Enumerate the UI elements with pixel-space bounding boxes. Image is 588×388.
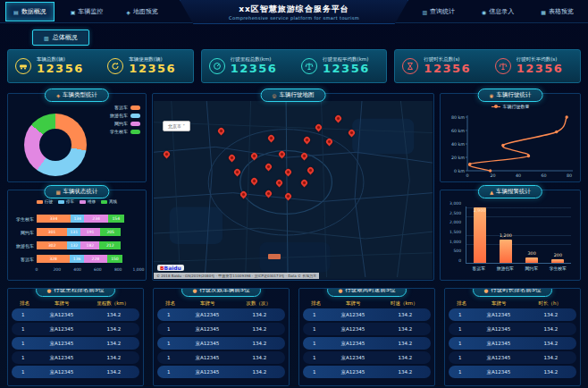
status-track: 334134234154 [37, 215, 139, 223]
table-row: 1京A12345134.2 [157, 308, 285, 321]
status-legend-item[interactable]: 行驶 [37, 199, 53, 204]
status-legend-swatch [58, 200, 64, 204]
table-cell: 京A12345 [181, 355, 234, 361]
status-legend-item[interactable]: 离线 [101, 199, 117, 204]
table-row: 1京A12345134.2 [303, 337, 431, 350]
donut-legend-item[interactable]: 学生校车 [110, 129, 140, 134]
stat-card: 行驶时长平均数(s) 12356 [488, 50, 580, 82]
map-canvas[interactable]: 北京市 ˅ BBaidu © 2018 Baidu - GS(2019)2080… [154, 101, 433, 279]
dot-icon: ● [193, 288, 197, 293]
table-row: 1京A12345134.2 [157, 323, 285, 335]
donut-legend-swatch [130, 122, 140, 126]
table-cell: 京A12345 [35, 355, 88, 361]
alarm-bar [500, 240, 512, 263]
tab-label: 车辆监控 [78, 7, 103, 16]
table-cell: 京A12345 [326, 341, 380, 347]
panel-title-vehicle-status: ▦ 车辆状态统计 [44, 185, 109, 198]
table-cell: 134.2 [525, 369, 576, 375]
table-row: 1京A12345134.2 [12, 308, 139, 321]
table-cell: 134.2 [234, 326, 285, 332]
balance-icon [495, 58, 511, 74]
bar-chart-icon: ▥ [422, 9, 427, 15]
table-body: 1京A12345134.21京A12345134.21京A12345134.21… [154, 308, 289, 378]
status-legend-swatch [80, 200, 86, 204]
alarm-category-label: 网约车 [518, 266, 545, 271]
donut-legend-item[interactable]: 客运车 [110, 105, 140, 110]
status-legend-label: 行驶 [45, 199, 53, 204]
donut-legend-label: 网约车 [114, 121, 128, 126]
map-roads [154, 101, 433, 277]
alarm-chart: 2,900 1,200 300 200 [466, 207, 571, 264]
status-x-tick: 200 [54, 267, 62, 272]
table-cell: 1 [12, 326, 35, 332]
status-legend-item[interactable]: 维修 [80, 199, 96, 204]
tab-data-overview[interactable]: ▤ 数据概况 [5, 2, 55, 21]
stats-row: 车辆总数(辆) 12356 车辆使用数(辆) 12356 行驶里程总数(km) … [7, 49, 581, 83]
stat-value: 12356 [37, 63, 84, 75]
compass-icon: ◎ [273, 93, 277, 98]
table-cell: 134.2 [380, 341, 431, 346]
table-cell: 1 [303, 341, 326, 346]
table-column-header: 时长（h） [525, 300, 575, 307]
tab-vehicle-monitor[interactable]: ▣ 车辆监控 [63, 2, 111, 21]
overview-button[interactable]: ▥ 总体概况 [32, 30, 89, 46]
table-cell: 京A12345 [326, 369, 380, 375]
table-row: 1京A12345134.2 [449, 337, 576, 350]
alarm-y-tick: 2,500 [449, 210, 461, 215]
table-cell: 134.2 [234, 312, 285, 317]
alarm-icon: ▲ [490, 190, 493, 195]
table-header: 排名车牌号时长（h） [445, 300, 580, 307]
tab-table-preview[interactable]: ▦ 表格预览 [533, 3, 581, 21]
tab-label: 表格预览 [549, 7, 574, 16]
stat-group: 行驶时长总数(s) 12356 行驶时长平均数(s) 12356 [394, 49, 581, 83]
table-cell: 134.2 [525, 326, 576, 332]
donut-legend-label: 旅游包车 [110, 113, 128, 118]
status-segment: 191 [80, 228, 100, 236]
panel-title-vehicle-type: ◈ 车辆类型统计 [45, 89, 109, 102]
status-category-label: 客运车 [12, 257, 37, 262]
table-cell: 京A12345 [181, 312, 234, 318]
table-row: 1京A12345134.2 [449, 308, 576, 321]
tab-map-preview[interactable]: ◈ 地图预览 [119, 2, 165, 21]
status-segment: 228 [84, 255, 107, 263]
table-cell: 京A12345 [35, 341, 88, 347]
svg-text:80 km: 80 km [451, 115, 465, 120]
alarm-bar-value: 2,900 [466, 208, 493, 213]
svg-text:0 km: 0 km [454, 169, 465, 173]
alarm-y-tick: 2,000 [449, 220, 461, 224]
tab-info-entry[interactable]: ◉ 信息录入 [475, 3, 521, 21]
donut-legend-item[interactable]: 旅游包车 [110, 113, 140, 118]
panel-title-text: 车辆报警统计 [496, 188, 531, 196]
status-segment: 132 [67, 241, 80, 249]
alarm-categories: 客运车旅游包车网约车学生校车 [466, 266, 571, 271]
svg-text:20 km: 20 km [451, 156, 465, 160]
table-cell: 1 [12, 369, 35, 375]
panel-title-alarm-stats: ▲ 车辆报警统计 [478, 185, 542, 198]
panel-vehicle-type: ◈ 车辆类型统计 客运车 旅游包车 网约车 学生校车 [7, 93, 147, 182]
overview-button-label: 总体概况 [53, 33, 78, 42]
status-segment: 328 [37, 255, 70, 263]
alarm-category-label: 客运车 [466, 266, 492, 271]
ranking-tables-row: ● 行驶里程排名前5位 排名车牌号里程数（km） 1京A12345134.21京… [7, 288, 581, 386]
stat-group: 行驶里程总数(km) 12356 行驶里程平均数(km) 12356 [201, 49, 388, 83]
city-selector[interactable]: 北京市 ˅ [163, 121, 190, 131]
line-legend[interactable]: 车辆行驶数量 [441, 104, 580, 109]
table-row: 1京A12345134.2 [303, 323, 431, 335]
status-category-label: 旅游包车 [12, 243, 37, 249]
svg-text:40: 40 [516, 173, 521, 178]
donut-legend-swatch [130, 114, 140, 118]
table-duration-ranking: ● 行驶时长排名前5位 排名车牌号时长（h） 1京A12345134.21京A1… [444, 288, 581, 386]
baidu-logo[interactable]: BBaidu [157, 265, 184, 271]
stat-value: 12356 [231, 63, 278, 75]
tab-query-stats[interactable]: ▥ 查询统计 [415, 3, 462, 21]
table-cell: 1 [449, 326, 472, 332]
donut-legend-item[interactable]: 网约车 [110, 121, 140, 126]
table-cell: 京A12345 [472, 341, 525, 347]
alarm-category-label: 旅游包车 [492, 266, 519, 271]
table-row: 1京A12345134.2 [303, 308, 431, 321]
table-cell: 134.2 [380, 355, 431, 360]
svg-text:0: 0 [466, 173, 468, 178]
table-cell: 京A12345 [326, 312, 380, 318]
status-row: 学生校车 334134234154 [12, 212, 139, 225]
status-legend-item[interactable]: 停车 [58, 199, 74, 204]
